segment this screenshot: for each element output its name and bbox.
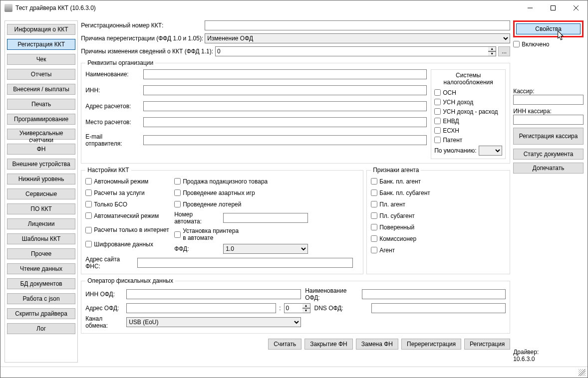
sidebar-item-1[interactable]: Регистрация ККТ (7, 39, 75, 50)
window-title: Тест драйвера ККТ (10.6.3.0) (15, 4, 519, 11)
fns-addr-label: Адрес сайта ФНС: (85, 256, 135, 270)
kkt-settings-legend: Настройки ККТ (85, 167, 131, 174)
kkt-check-printer-in-automat[interactable] (174, 231, 181, 238)
sidebar-item-0[interactable]: Информация о ККТ (7, 24, 75, 35)
footer-button-4[interactable]: Регистрация (464, 339, 510, 350)
close-button[interactable] (565, 0, 588, 15)
properties-button[interactable]: Свойства (516, 23, 581, 34)
footer-button-2[interactable]: Замена ФН (356, 339, 398, 350)
sidebar-item-6[interactable]: Программирование (7, 114, 75, 125)
fns-addr-input[interactable] (137, 258, 353, 268)
enabled-checkbox[interactable] (513, 41, 520, 47)
agent-check-5[interactable] (371, 235, 377, 242)
sidebar-item-2[interactable]: Чек (7, 54, 75, 65)
agent-check-4[interactable] (371, 224, 377, 230)
org-name-input[interactable] (143, 69, 427, 79)
sidebar-item-20[interactable]: Лог (7, 323, 75, 334)
sidebar-item-8[interactable]: ФН (7, 144, 75, 155)
tax-check-5[interactable] (434, 137, 441, 143)
resize-grip-icon[interactable] (579, 369, 586, 376)
sidebar-item-17[interactable]: БД документов (7, 278, 75, 289)
kkt-col1-check-5[interactable] (85, 241, 92, 247)
sidebar-item-7[interactable]: Универсальные счетчики (7, 129, 75, 140)
sidebar-item-10[interactable]: Нижний уровень (7, 174, 75, 185)
tax-check-2[interactable] (434, 108, 441, 115)
sidebar-item-5[interactable]: Печать (7, 99, 75, 110)
main-panel: Регистрационный номер ККТ: Причина перер… (81, 20, 510, 363)
reg-number-input[interactable] (205, 20, 510, 30)
change-reasons-spinner[interactable]: ▲▼ (488, 46, 496, 56)
agent-check-3[interactable] (371, 212, 377, 219)
change-reasons-input[interactable] (215, 46, 488, 56)
driver-version: 10.6.3.0 (513, 356, 584, 363)
change-reasons-dots-button[interactable]: ... (498, 46, 510, 56)
sidebar-item-13[interactable]: Лицензии (7, 218, 75, 229)
agent-legend: Признаки агента (371, 167, 421, 174)
footer-button-0[interactable]: Считать (268, 339, 301, 350)
org-calc-place-input[interactable] (143, 117, 427, 127)
sidebar-item-16[interactable]: Чтение данных (7, 263, 75, 274)
doc-status-button[interactable]: Статус документа (513, 149, 584, 160)
driver-label: Драйвер: (513, 349, 584, 356)
org-email-input[interactable] (143, 135, 427, 145)
tax-check-0[interactable] (434, 89, 441, 96)
sidebar-item-19[interactable]: Скрипты драйвера (7, 308, 75, 319)
tax-check-4[interactable] (434, 127, 441, 134)
svg-rect-1 (551, 6, 556, 10)
ofd-channel-select[interactable]: USB (EoU) (126, 317, 301, 327)
org-calc-addr-input[interactable] (143, 101, 427, 111)
tax-check-3[interactable] (434, 118, 441, 124)
kkt-col1-check-0[interactable] (85, 178, 92, 185)
org-name-label: Наименование: (85, 71, 140, 78)
rereg-reason-select[interactable]: Изменение ОФД (205, 33, 510, 43)
agent-check-2[interactable] (371, 201, 377, 207)
cashier-input[interactable] (513, 95, 584, 105)
ofd-inn-input[interactable] (126, 289, 301, 299)
ofd-name-input[interactable] (362, 289, 506, 299)
sidebar-item-12[interactable]: ПО ККТ (7, 203, 75, 214)
automat-number-input[interactable] (223, 213, 308, 223)
ofd-dns-input[interactable] (371, 303, 506, 313)
tax-default-select[interactable] (479, 146, 503, 156)
rereg-reason-label: Причина перерегистрации (ФФД 1.0 и 1.05)… (81, 35, 203, 42)
reprint-button[interactable]: Допечатать (513, 163, 584, 174)
kkt-col1-check-1[interactable] (85, 189, 92, 196)
kkt-col1-check-2[interactable] (85, 201, 92, 207)
sidebar-item-4[interactable]: Внесения / выплаты (7, 84, 75, 95)
ofd-addr-input[interactable] (126, 303, 276, 313)
ofd-port-spinner[interactable]: ▲▼ (302, 303, 310, 313)
maximize-button[interactable] (542, 0, 565, 15)
kkt-settings-fieldset: Настройки ККТ Автономный режимРасчеты за… (81, 167, 363, 274)
sidebar-item-18[interactable]: Работа с json (7, 293, 75, 304)
agent-check-0[interactable] (371, 178, 377, 185)
agent-check-1[interactable] (371, 189, 377, 196)
kkt-col1-check-4[interactable] (85, 227, 92, 233)
ofd-dns-label: DNS ОФД: (314, 305, 369, 312)
org-inn-input[interactable] (143, 85, 427, 95)
sidebar-item-15[interactable]: Прочее (7, 248, 75, 259)
org-legend: Реквизиты организации (85, 59, 155, 66)
agent-check-6[interactable] (371, 247, 377, 253)
footer-button-3[interactable]: Перерегистрация (401, 339, 461, 350)
kkt-check-excise[interactable] (174, 178, 181, 185)
tax-default-label: По умолчанию: (434, 147, 477, 154)
kkt-col1-check-3[interactable] (85, 212, 92, 219)
sidebar-item-9[interactable]: Внешние устройства (7, 159, 75, 170)
ffd-select[interactable]: 1.0 (223, 244, 308, 254)
sidebar-item-11[interactable]: Сервисные (7, 189, 75, 199)
ofd-fieldset: Оператор фискальных данных ИНН ОФД: Наим… (81, 277, 510, 334)
ofd-name-label: Наименование ОФД: (305, 287, 360, 301)
kkt-check-gambling[interactable] (174, 189, 181, 196)
ofd-port-input[interactable] (284, 303, 302, 313)
kkt-check-lottery[interactable] (174, 201, 181, 207)
footer-button-1[interactable]: Закрытие ФН (304, 339, 352, 350)
tax-check-1[interactable] (434, 99, 441, 105)
tax-systems-box: Системы налогообложения ОСНУСН доходУСН … (431, 69, 506, 159)
cashier-inn-input[interactable] (513, 115, 584, 125)
org-fieldset: Реквизиты организации Наименование: ИНН:… (81, 59, 510, 164)
minimize-button[interactable] (519, 0, 542, 15)
register-cashier-button[interactable]: Регистрация кассира (513, 128, 584, 145)
cashier-label: Кассир: (513, 88, 584, 95)
sidebar-item-14[interactable]: Шаблоны ККТ (7, 233, 75, 244)
sidebar-item-3[interactable]: Отчеты (7, 69, 75, 80)
